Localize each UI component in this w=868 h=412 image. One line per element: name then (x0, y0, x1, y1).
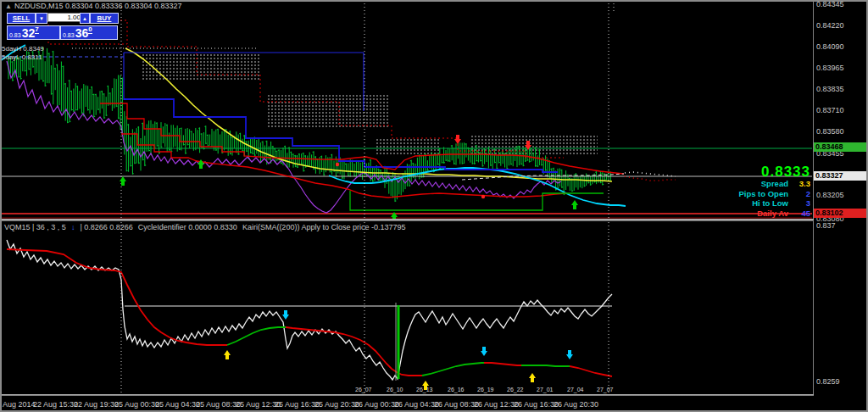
trade-panel: SELL ▼ ▲ BUY 0.83 32 7 0.83 36 0 (7, 11, 119, 40)
signal-dot (481, 195, 485, 198)
vq-time-label: 27_07 (597, 387, 613, 393)
time-axis-label: 25 Aug 04:30 (155, 400, 200, 409)
signal-dot (336, 163, 339, 166)
price-axis-label: 0.83205 (816, 191, 844, 199)
time-axis-label: 26 Aug 20:30 (554, 400, 598, 409)
price-axis-label: 0.84345 (816, 0, 844, 8)
price-marker-red: 0.83102 (814, 209, 866, 218)
vq-time-label: 27_04 (567, 387, 583, 393)
info-row-value: 3 (792, 198, 810, 209)
cycle-identifier-label: CycleIdentifier 0.0000 0.8330 (138, 223, 237, 231)
current-price-display: 0.8333 (593, 164, 810, 179)
time-axis-label: 25 Aug 16:30 (275, 400, 320, 409)
volume-up-button[interactable]: ▲ (80, 13, 90, 24)
price-axis[interactable]: 0.843450.842200.840900.839650.838350.837… (814, 0, 868, 412)
info-row-value: 2 (792, 189, 810, 199)
vq-indicator-label: VQM15 | 36 , 3 , 5 (4, 223, 66, 231)
up-arrow-icon (529, 373, 536, 382)
info-row: Pips to Open2 (593, 189, 810, 199)
buy-price-prefix: 0.83 (63, 31, 75, 39)
price-axis-label: 0.83580 (816, 127, 844, 136)
up-arrow-icon (571, 200, 578, 209)
time-axis-label: 26 Aug 00:30 (354, 400, 399, 409)
time-axis[interactable]: 22 Aug 201422 Aug 15:3022 Aug 19:3025 Au… (0, 396, 868, 410)
buy-price-pip: 0 (88, 26, 92, 34)
vq-indicator-values: | 0.8266 0.8266 (80, 223, 132, 231)
price-marker-current: 0.83327 (814, 171, 866, 181)
info-row-label: Hi to Low (752, 198, 788, 208)
buy-price-box[interactable]: 0.83 36 0 (60, 25, 118, 40)
up-arrow-icon (120, 176, 126, 186)
sell-price-main: 32 (22, 27, 36, 39)
sell-price-pip: 7 (35, 26, 38, 34)
vq-time-label: 26_13 (416, 387, 432, 393)
dotted-cloud-region (142, 54, 261, 80)
info-row-value: 3.3 (792, 179, 810, 189)
market-info-panel: 0.8333 Spread3.3Pips to Open2Hi to Low3D… (593, 164, 810, 218)
volume-input[interactable] (47, 13, 83, 22)
vq-ma-green-2 (422, 363, 484, 376)
chevron-up-icon: ▲ (82, 16, 87, 21)
vq-time-label: 26_16 (448, 387, 464, 393)
vq-white-line (7, 240, 612, 380)
up-arrow-icon (224, 350, 231, 359)
info-row: Daily Av45 (593, 209, 810, 219)
symbol-ohlc-text: NZDUSD,M15 0.83304 0.83336 0.83304 0.833… (14, 2, 182, 10)
price-marker-green: 0.83468 (814, 142, 866, 152)
time-axis-label: 22 Aug 15:30 (33, 400, 78, 409)
market-info-rows: Spread3.3Pips to Open2Hi to Low3Daily Av… (593, 179, 810, 218)
info-row-label: Daily Av (757, 209, 788, 218)
five-day-high-label: 5dayH 0.8349 (2, 45, 44, 53)
price-axis-label: 0.8259 (816, 377, 840, 386)
chart-window: ▲NZDUSD,M15 0.83304 0.83336 0.83304 0.83… (0, 0, 868, 412)
price-axis-label: 0.84220 (816, 21, 844, 30)
vq-time-label: 27_01 (537, 387, 553, 393)
volume-dropdown-button[interactable]: ▼ (36, 13, 47, 24)
time-axis-label: 25 Aug 20:30 (314, 400, 359, 409)
info-row: Spread3.3 (593, 179, 810, 189)
chevron-down-icon: ▼ (39, 16, 44, 21)
sell-price-prefix: 0.83 (9, 31, 21, 39)
vq-ma-green-3 (521, 365, 570, 366)
vq-ma-red-3 (484, 363, 521, 365)
buy-price-main: 36 (75, 27, 89, 39)
time-axis-label: 26 Aug 12:30 (474, 400, 519, 409)
five-day-low-label: 5dayL 0.8311 (2, 53, 42, 61)
time-axis-label: 25 Aug 00:30 (114, 400, 159, 409)
time-axis-label: 22 Aug 2014 (0, 400, 36, 409)
info-row-value: 45 (792, 209, 810, 219)
time-axis-label: 26 Aug 04:30 (394, 400, 439, 409)
symbol-header: ▲NZDUSD,M15 0.83304 0.83336 0.83304 0.83… (5, 2, 182, 10)
time-axis-label: 22 Aug 19:30 (74, 400, 119, 409)
vq-ma-red-1 (7, 249, 227, 345)
green-support-step (350, 191, 604, 210)
info-row-label: Spread (761, 179, 788, 188)
time-axis-label: 26 Aug 16:30 (514, 400, 559, 409)
vq-ma-red-4 (570, 366, 612, 376)
time-axis-label: 25 Aug 08:30 (196, 400, 241, 409)
dotted-cloud-region (268, 95, 390, 129)
time-axis-label: 26 Aug 08:30 (434, 400, 479, 409)
vq-time-label: 26_10 (387, 387, 403, 393)
down-arrow-icon (282, 310, 289, 320)
down-arrow-icon (566, 350, 573, 359)
info-row-label: Pips to Open (738, 189, 788, 198)
sell-price-box[interactable]: 0.83 32 7 (7, 25, 60, 40)
dotted-cloud-region (376, 137, 440, 154)
info-row: Hi to Low3 (593, 198, 810, 209)
indicator-header: VQM15 | 36 , 3 , 5↓| 0.8266 0.8266CycleI… (4, 223, 410, 231)
price-axis-label: 0.83710 (816, 106, 844, 114)
buy-button[interactable]: BUY (90, 13, 119, 24)
vq-time-label: 26_22 (507, 387, 523, 393)
price-axis-label: 0.84090 (816, 42, 844, 51)
vq-time-label: 26_19 (477, 387, 493, 393)
up-arrow-icon (198, 159, 204, 169)
sell-button[interactable]: SELL (7, 13, 36, 24)
arrow-down-icon: ↓ (71, 223, 75, 231)
kairi-indicator-label: Kairi(SMA((200)) Apply to Close price -0… (242, 223, 406, 231)
symbol-icon: ▲ (5, 3, 12, 10)
price-axis-label: 0.83835 (816, 85, 844, 93)
panel-separator[interactable] (0, 219, 868, 221)
price-axis-label: 0.83965 (816, 64, 844, 72)
vq-time-label: 26_07 (355, 387, 371, 393)
